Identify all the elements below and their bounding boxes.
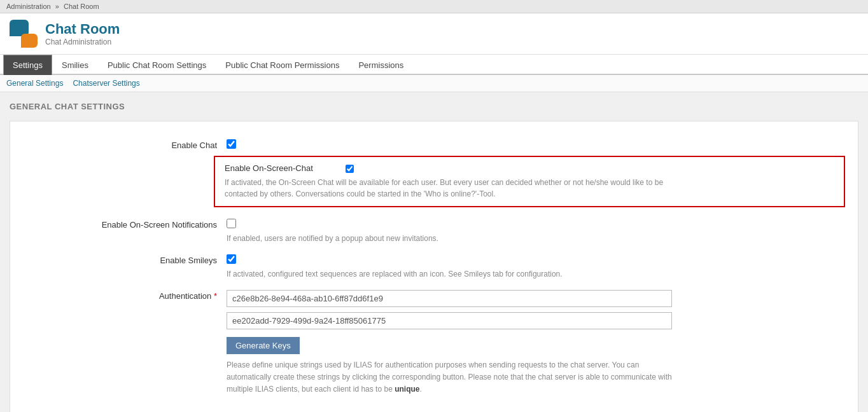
- subnav: General Settings Chatserver Settings: [0, 75, 868, 92]
- required-marker: *: [214, 291, 217, 301]
- breadcrumb-admin-link[interactable]: Administration: [6, 3, 51, 10]
- onscreen-chat-highlight-box: Enable On-Screen-Chat If activated, the …: [214, 156, 845, 207]
- tab-smilies[interactable]: Smilies: [52, 55, 98, 75]
- authentication-input-1[interactable]: [227, 290, 672, 307]
- enable-smileys-hint: If activated, configured text sequences …: [227, 268, 672, 280]
- tab-bar: Settings Smilies Public Chat Room Settin…: [0, 55, 868, 75]
- tab-settings[interactable]: Settings: [3, 55, 52, 75]
- onscreen-chat-inner-row: Enable On-Screen-Chat: [225, 163, 834, 173]
- onscreen-notifications-row: Enable On-Screen Notifications If enable…: [10, 214, 858, 249]
- onscreen-notifications-control: If enabled, users are notified by a popu…: [227, 219, 845, 244]
- enable-smileys-row: Enable Smileys If activated, configured …: [10, 249, 858, 285]
- auth-note: Please define unique strings used by ILI…: [227, 359, 672, 396]
- page-title: Chat Room: [45, 21, 120, 38]
- enable-chat-checkbox[interactable]: [227, 139, 236, 149]
- onscreen-notifications-checkbox[interactable]: [227, 219, 236, 228]
- tab-permissions[interactable]: Permissions: [349, 55, 413, 75]
- onscreen-chat-label: Enable On-Screen-Chat: [225, 163, 339, 173]
- onscreen-notifications-hint: If enabled, users are notified by a popu…: [227, 233, 672, 244]
- tab-public-chat-permissions[interactable]: Public Chat Room Permissions: [216, 55, 349, 75]
- enable-chat-label: Enable Chat: [23, 139, 227, 150]
- authentication-control: Generate Keys Please define unique strin…: [227, 290, 845, 396]
- enable-smileys-control: If activated, configured text sequences …: [227, 254, 845, 280]
- page-subtitle: Chat Administration: [45, 38, 120, 46]
- page-header: Chat Room Chat Administration: [0, 13, 868, 55]
- breadcrumb-sep: »: [55, 3, 59, 10]
- auth-note-bold: unique: [395, 385, 419, 394]
- generate-keys-button[interactable]: Generate Keys: [227, 337, 300, 354]
- auth-note-end: .: [419, 385, 421, 394]
- subnav-general-settings[interactable]: General Settings: [6, 79, 63, 88]
- breadcrumb-chat-label: Chat Room: [64, 3, 99, 10]
- enable-chat-control: [227, 139, 845, 151]
- chat-bubble-2: [21, 34, 38, 48]
- onscreen-chat-checkbox[interactable]: [346, 165, 354, 173]
- onscreen-chat-hint: If activated, the On-Screen Chat will be…: [225, 177, 670, 200]
- authentication-row: Authentication * Generate Keys Please de…: [10, 285, 858, 401]
- enable-chat-row: Enable Chat: [10, 134, 858, 156]
- header-text: Chat Room Chat Administration: [45, 21, 120, 46]
- auth-note-text: Please define unique strings used by ILI…: [227, 360, 672, 394]
- authentication-label: Authentication *: [23, 290, 227, 301]
- tab-public-chat-settings[interactable]: Public Chat Room Settings: [98, 55, 216, 75]
- form-area: Enable Chat Enable On-Screen-Chat If act…: [10, 121, 858, 412]
- chat-icon: [10, 20, 38, 48]
- enable-smileys-label: Enable Smileys: [23, 254, 227, 265]
- onscreen-notifications-label: Enable On-Screen Notifications: [23, 219, 227, 230]
- section-title: GENERAL CHAT SETTINGS: [10, 102, 858, 111]
- authentication-input-2[interactable]: [227, 312, 672, 329]
- subnav-chatserver-settings[interactable]: Chatserver Settings: [73, 79, 139, 88]
- breadcrumb: Administration » Chat Room: [0, 0, 868, 13]
- main-content: GENERAL CHAT SETTINGS Enable Chat Enable…: [0, 92, 868, 412]
- enable-smileys-checkbox[interactable]: [227, 254, 236, 264]
